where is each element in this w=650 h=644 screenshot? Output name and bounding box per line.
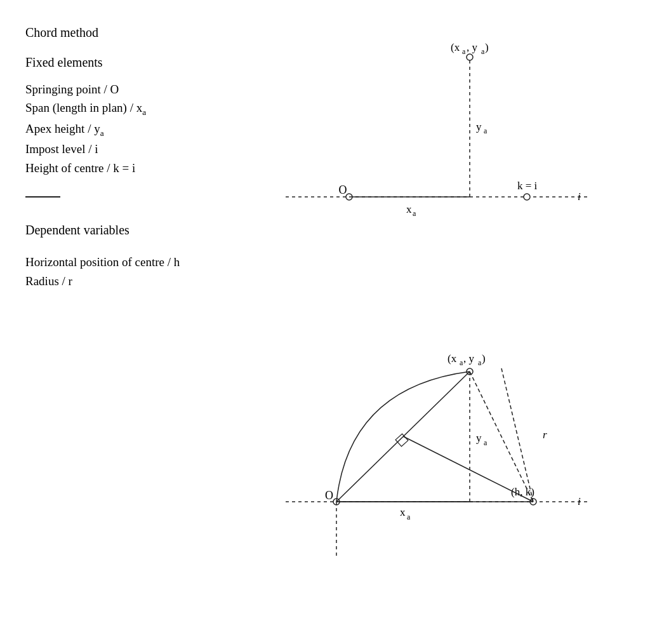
svg-text:x: x: [406, 203, 412, 215]
list-item-span: Span (length in plan) / xa: [25, 98, 241, 119]
svg-text:(x: (x: [448, 352, 457, 365]
svg-text:): ): [485, 41, 489, 53]
svg-text:a: a: [413, 209, 416, 218]
list-item-impost: Impost level / i: [25, 140, 241, 158]
chord-method-title: Chord method: [25, 25, 241, 40]
page-layout: Chord method Fixed elements Springing po…: [0, 0, 650, 644]
svg-point-5: [467, 54, 473, 60]
fixed-elements-title: Fixed elements: [25, 55, 241, 70]
dependent-variables-title: Dependent variables: [25, 223, 241, 238]
svg-text:a: a: [484, 438, 488, 447]
list-item-springing: Springing point / O: [25, 80, 241, 98]
list-item-apex: Apex height / ya: [25, 119, 241, 140]
svg-text:a: a: [484, 126, 488, 135]
svg-text:, y: , y: [467, 41, 478, 53]
svg-text:r: r: [543, 429, 547, 441]
svg-rect-41: [395, 434, 408, 446]
list-item-height-centre: Height of centre / k = i: [25, 159, 241, 177]
right-panel: O (x a , y a ) y a x a k = i i: [267, 0, 650, 644]
svg-text:): ): [482, 352, 486, 365]
svg-text:i: i: [578, 191, 581, 203]
svg-point-16: [524, 194, 530, 200]
bottom-diagram: O (x a , y a ) x a y a (h,: [286, 311, 590, 584]
dependent-variables-list: Horizontal position of centre / h Radius…: [25, 253, 241, 290]
svg-text:a: a: [462, 47, 466, 56]
svg-text:O: O: [339, 184, 347, 196]
svg-line-40: [403, 436, 533, 502]
svg-text:, y: , y: [463, 352, 475, 365]
svg-text:(x: (x: [451, 41, 460, 53]
left-panel: Chord method Fixed elements Springing po…: [0, 0, 267, 644]
top-diagram: O (x a , y a ) y a x a k = i i: [286, 19, 590, 273]
svg-text:O: O: [325, 489, 333, 502]
svg-text:y: y: [476, 121, 482, 133]
svg-text:a: a: [407, 513, 411, 521]
list-item-horizontal: Horizontal position of centre / h: [25, 253, 241, 271]
fixed-elements-list: Springing point / O Span (length in plan…: [25, 80, 241, 177]
list-item-radius: Radius / r: [25, 272, 241, 290]
svg-text:i: i: [578, 495, 581, 507]
svg-text:x: x: [400, 506, 406, 518]
svg-text:y: y: [476, 432, 482, 444]
section-divider: [25, 196, 60, 198]
svg-line-43: [501, 368, 533, 502]
svg-text:k = i: k = i: [517, 180, 538, 192]
